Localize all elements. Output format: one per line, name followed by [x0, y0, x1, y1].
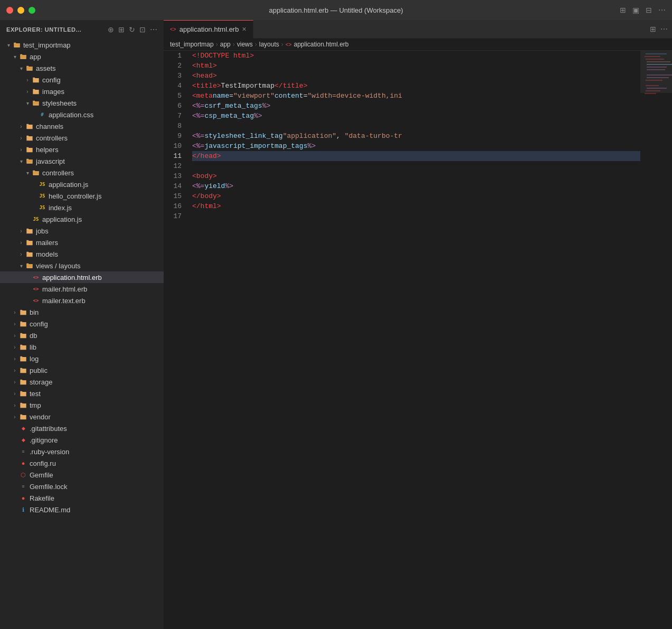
- tree-item-tmp[interactable]: tmp: [0, 399, 164, 411]
- breadcrumb-filename[interactable]: application.html.erb: [294, 41, 348, 48]
- tree-item-label: bin: [30, 308, 39, 316]
- tree-item-public[interactable]: public: [0, 364, 164, 376]
- code-editor[interactable]: 1234567891011121314151617 <!DOCTYPE html…: [164, 51, 672, 629]
- tree-item-stylesheets[interactable]: stylesheets: [0, 97, 164, 109]
- tree-item-mailer_html_erb[interactable]: <>mailer.html.erb: [0, 283, 164, 295]
- minimize-button[interactable]: [17, 7, 24, 14]
- ruby-icon: ●: [19, 459, 27, 467]
- tree-item-label: test_importmap: [23, 41, 71, 49]
- collapse-icon[interactable]: ⊡: [139, 25, 146, 34]
- folder-icon: [19, 412, 27, 421]
- tree-item-application_js2[interactable]: JSapplication.js: [0, 213, 164, 225]
- tree-item-channels[interactable]: channels: [0, 120, 164, 132]
- line-number-16: 16: [164, 201, 186, 211]
- sidebar-toggle-icon[interactable]: ▣: [632, 6, 639, 14]
- panel-icon[interactable]: ⊟: [646, 6, 652, 14]
- breadcrumb-views[interactable]: views: [237, 41, 253, 48]
- svg-rect-7: [647, 74, 672, 76]
- tree-item-application_html_erb[interactable]: <>application.html.erb: [0, 271, 164, 283]
- tree-item-config2[interactable]: config: [0, 318, 164, 330]
- folder-icon: [19, 308, 27, 316]
- tree-item-hello_controller_js[interactable]: JShello_controller.js: [0, 190, 164, 202]
- tree-item-application_css[interactable]: #application.css: [0, 109, 164, 120]
- tree-item-ruby_version[interactable]: ≡.ruby-version: [0, 446, 164, 457]
- breadcrumb: test_importmap › app › views › layouts ›…: [164, 39, 672, 51]
- tree-item-test[interactable]: test: [0, 388, 164, 399]
- line-number-15: 15: [164, 191, 186, 201]
- tree-item-readme[interactable]: ℹREADME.md: [0, 504, 164, 515]
- line-number-7: 7: [164, 111, 186, 121]
- breadcrumb-layouts[interactable]: layouts: [259, 41, 279, 48]
- tree-item-label: mailers: [36, 239, 58, 247]
- tree-item-config_ru[interactable]: ●config.ru: [0, 457, 164, 469]
- line-number-13: 13: [164, 171, 186, 181]
- tree-item-log[interactable]: log: [0, 353, 164, 364]
- tree-item-test_importmap[interactable]: test_importmap: [0, 39, 164, 51]
- maximize-button[interactable]: [29, 7, 35, 14]
- code-line-10: <%= javascript_importmap_tags %>: [192, 141, 640, 151]
- more-actions-icon[interactable]: ⋯: [150, 25, 157, 34]
- tree-item-gitignore[interactable]: ◆.gitignore: [0, 434, 164, 446]
- tree-item-label: Gemfile: [30, 471, 53, 479]
- tree-item-config[interactable]: config: [0, 74, 164, 86]
- tree-item-label: .gitignore: [30, 436, 58, 444]
- tab-bar: <> application.html.erb ✕ ⊞ ⋯: [164, 20, 672, 39]
- svg-rect-12: [646, 90, 660, 91]
- code-line-3: <head>: [192, 71, 640, 81]
- split-editor-icon[interactable]: ⊞: [620, 6, 626, 14]
- tree-item-index_js[interactable]: JSindex.js: [0, 202, 164, 213]
- tree-item-mailer_text_erb[interactable]: <>mailer.text.erb: [0, 295, 164, 306]
- tree-item-label: test: [30, 390, 41, 398]
- tree-item-label: vendor: [30, 413, 51, 421]
- tree-item-label: application.html.erb: [42, 274, 102, 281]
- new-file-icon[interactable]: ⊕: [108, 25, 114, 34]
- tree-item-app[interactable]: app: [0, 51, 164, 62]
- git-icon: ◆: [19, 436, 27, 444]
- tree-item-images[interactable]: images: [0, 86, 164, 97]
- tree-item-javascript[interactable]: javascript: [0, 155, 164, 167]
- tree-item-controllers[interactable]: controllers: [0, 132, 164, 144]
- close-button[interactable]: [6, 7, 13, 14]
- tree-item-vendor[interactable]: vendor: [0, 411, 164, 423]
- tree-item-helpers[interactable]: helpers: [0, 144, 164, 155]
- svg-rect-11: [647, 88, 667, 89]
- tree-item-label: db: [30, 332, 37, 340]
- tree-item-db[interactable]: db: [0, 330, 164, 341]
- folder-icon: [25, 250, 34, 258]
- breadcrumb-root[interactable]: test_importmap: [170, 41, 214, 48]
- tree-item-models[interactable]: models: [0, 248, 164, 260]
- tree-item-storage[interactable]: storage: [0, 376, 164, 388]
- refresh-icon[interactable]: ↻: [129, 25, 135, 34]
- more-icon[interactable]: ⋯: [658, 6, 666, 14]
- tree-item-views_layouts[interactable]: views / layouts: [0, 260, 164, 271]
- line-number-3: 3: [164, 71, 186, 81]
- tree-item-bin[interactable]: bin: [0, 306, 164, 318]
- tree-item-label: public: [30, 367, 48, 374]
- tree-item-label: jobs: [36, 227, 49, 235]
- explorer-title: EXPLORER: UNTITLED...: [6, 26, 81, 33]
- folder-icon: [19, 52, 27, 61]
- ruby-icon: ●: [19, 494, 27, 502]
- sidebar-header: EXPLORER: UNTITLED... ⊕ ⊞ ↻ ⊡ ⋯: [0, 20, 164, 39]
- tab-application-html-erb[interactable]: <> application.html.erb ✕: [164, 20, 253, 39]
- tree-item-js_controllers[interactable]: controllers: [0, 167, 164, 179]
- tree-item-gitattributes[interactable]: ◆.gitattributes: [0, 423, 164, 434]
- tree-item-gemfile[interactable]: ⬡Gemfile: [0, 469, 164, 481]
- tree-item-label: hello_controller.js: [49, 192, 101, 200]
- tree-item-mailers[interactable]: mailers: [0, 237, 164, 248]
- tree-item-assets[interactable]: assets: [0, 62, 164, 74]
- new-folder-icon[interactable]: ⊞: [118, 25, 125, 34]
- tree-item-application_js[interactable]: JSapplication.js: [0, 179, 164, 190]
- tree-item-lib[interactable]: lib: [0, 341, 164, 353]
- code-content[interactable]: <!DOCTYPE html><html> <head> <title>Test…: [190, 51, 640, 629]
- line-number-8: 8: [164, 121, 186, 131]
- tab-close-button[interactable]: ✕: [242, 26, 247, 33]
- split-view-icon[interactable]: ⊞: [650, 25, 656, 33]
- tree-item-rakefile[interactable]: ●Rakefile: [0, 492, 164, 504]
- main-container: EXPLORER: UNTITLED... ⊕ ⊞ ↻ ⊡ ⋯ test_imp…: [0, 20, 672, 629]
- tree-item-gemfile_lock[interactable]: ≡Gemfile.lock: [0, 481, 164, 492]
- tree-item-jobs[interactable]: jobs: [0, 225, 164, 237]
- breadcrumb-app[interactable]: app: [220, 41, 231, 48]
- more-editor-icon[interactable]: ⋯: [660, 25, 668, 33]
- js-icon: JS: [38, 192, 46, 200]
